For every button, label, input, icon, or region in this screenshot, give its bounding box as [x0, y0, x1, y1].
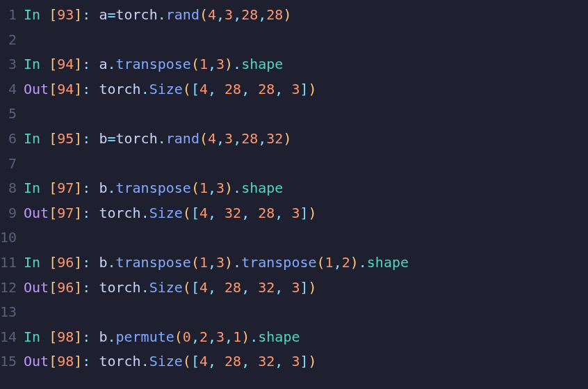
- code-token: 96: [57, 279, 74, 296]
- code-token: torch: [116, 130, 158, 147]
- code-line: 2: [0, 28, 588, 53]
- code-token: 28: [224, 353, 241, 370]
- code-token: 3: [216, 56, 224, 72]
- line-content: In [96]: b.transpose(1,3).transpose(1,2)…: [24, 251, 588, 276]
- code-token: 0: [183, 328, 191, 345]
- code-token: ]: [300, 353, 309, 370]
- code-token: [: [49, 328, 57, 345]
- code-token: .: [107, 328, 115, 345]
- code-token: ): [309, 81, 317, 97]
- code-token: shape: [241, 56, 283, 72]
- code-token: ,: [233, 130, 241, 147]
- code-token: ,: [233, 6, 241, 23]
- code-token: .: [359, 254, 367, 271]
- code-line: 5: [0, 102, 588, 127]
- code-token: ,: [275, 205, 291, 221]
- code-token: Size: [149, 81, 183, 97]
- code-token: ]: [300, 81, 309, 97]
- code-token: ,: [275, 279, 291, 296]
- code-token: 97: [57, 205, 74, 221]
- code-token: ,: [208, 279, 224, 296]
- code-token: transpose: [116, 254, 191, 271]
- code-token: 1: [199, 56, 208, 72]
- code-token: .: [107, 180, 115, 196]
- code-token: 28: [258, 205, 275, 221]
- line-content: Out[94]: torch.Size([4, 28, 28, 3]): [24, 77, 588, 102]
- line-content: [24, 225, 588, 251]
- line-number: 5: [0, 102, 24, 127]
- code-token: 3: [216, 180, 224, 196]
- code-token: =: [107, 130, 115, 147]
- code-token: 4: [199, 279, 208, 296]
- code-token: 93: [57, 6, 74, 23]
- code-token: b: [99, 180, 107, 196]
- code-token: In: [24, 180, 49, 196]
- code-token: 3: [216, 328, 224, 345]
- code-token: 32: [258, 279, 275, 296]
- code-token: :: [82, 328, 99, 345]
- line-number: 10: [0, 225, 24, 251]
- code-token: a: [99, 6, 107, 23]
- code-token: Size: [149, 205, 183, 221]
- line-number: 4: [0, 77, 24, 102]
- code-token: ,: [208, 56, 216, 72]
- code-token: a: [99, 56, 107, 72]
- code-token: ,: [208, 81, 224, 97]
- code-line: 8In [97]: b.transpose(1,3).shape: [0, 176, 588, 201]
- code-token: 4: [208, 6, 216, 23]
- code-token: [: [49, 6, 57, 23]
- code-token: [: [49, 56, 57, 72]
- code-token: 1: [233, 328, 241, 345]
- code-token: ,: [216, 6, 224, 23]
- code-token: .: [233, 254, 241, 271]
- code-token: 1: [199, 254, 208, 271]
- code-token: .: [141, 81, 149, 97]
- code-token: ]: [74, 180, 82, 196]
- code-token: 32: [258, 353, 275, 370]
- code-token: ,: [208, 353, 224, 370]
- code-token: torch: [99, 205, 140, 221]
- line-number: 15: [0, 349, 24, 374]
- code-token: [: [49, 205, 57, 221]
- code-token: In: [24, 254, 49, 271]
- code-token: transpose: [116, 56, 191, 72]
- code-token: shape: [367, 254, 409, 271]
- code-token: .: [158, 6, 166, 23]
- code-token: (: [191, 180, 199, 196]
- code-token: ): [283, 130, 291, 147]
- code-token: 2: [342, 254, 350, 271]
- line-content: In [97]: b.transpose(1,3).shape: [24, 176, 588, 201]
- code-token: Out: [24, 279, 49, 296]
- code-token: :: [82, 254, 99, 271]
- code-token: .: [107, 56, 115, 72]
- code-token: [: [49, 353, 57, 370]
- line-content: [24, 102, 588, 127]
- code-token: 3: [291, 279, 300, 296]
- code-token: [: [191, 353, 199, 370]
- code-token: 96: [57, 254, 74, 271]
- code-token: .: [250, 328, 258, 345]
- code-token: 2: [199, 328, 208, 345]
- code-token: [: [49, 81, 57, 97]
- line-number: 3: [0, 52, 24, 77]
- code-token: ,: [258, 6, 266, 23]
- line-number: 2: [0, 28, 24, 53]
- code-token: :: [82, 279, 99, 296]
- code-token: rand: [166, 130, 199, 147]
- code-token: 3: [291, 205, 300, 221]
- code-token: 28: [266, 6, 283, 23]
- line-number: 11: [0, 251, 24, 276]
- code-token: torch: [99, 81, 140, 97]
- code-token: (: [183, 205, 191, 221]
- code-token: ): [309, 353, 317, 370]
- code-token: [: [49, 254, 57, 271]
- code-token: ,: [208, 328, 216, 345]
- code-token: ): [224, 56, 233, 72]
- line-content: In [93]: a=torch.rand(4,3,28,28): [24, 3, 588, 28]
- code-token: [: [49, 279, 57, 296]
- code-token: 1: [199, 180, 208, 196]
- code-editor[interactable]: 1In [93]: a=torch.rand(4,3,28,28)23In [9…: [0, 3, 588, 374]
- code-token: ,: [224, 328, 233, 345]
- line-number: 12: [0, 276, 24, 301]
- code-token: ): [350, 254, 359, 271]
